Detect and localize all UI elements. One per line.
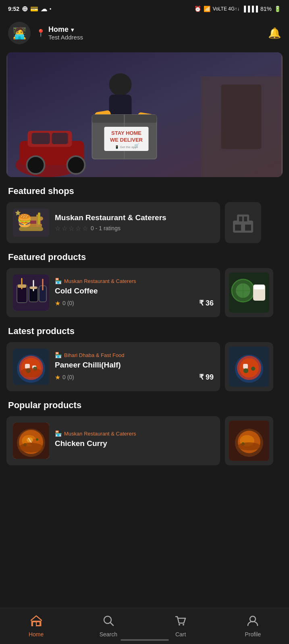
product-shop-label: 🏪 Muskan Restaurant & Caterers xyxy=(55,278,214,284)
product-card-placeholder-curry[interactable] xyxy=(225,342,273,391)
shop-icon-popular: 🏪 xyxy=(55,430,62,437)
profile-icon xyxy=(247,615,258,629)
product-price-paneer: ₹ 99 xyxy=(199,373,214,382)
address-type: Home ▾ xyxy=(48,25,83,34)
home-indicator xyxy=(121,639,169,641)
status-icons: ⏰ 📶 VoLTE 4G↑↓ ▐▐▐▐ 81% 🔋 xyxy=(194,6,281,12)
svg-point-95 xyxy=(183,624,184,625)
latest-products-title: Latest products xyxy=(8,326,281,336)
header: 🧑‍💻 📍 Home ▾ Test Address 🔔 xyxy=(0,18,289,48)
nav-search[interactable]: Search xyxy=(72,612,144,641)
notifications-button[interactable]: 🔔 xyxy=(268,27,281,39)
product-card-cold-coffee[interactable]: 🏪 Muskan Restaurant & Caterers Cold Coff… xyxy=(6,268,220,317)
svg-point-69 xyxy=(243,368,248,373)
hero-illustration: STAY HOME WE DELIVER 📱 Get the app. 🛒 xyxy=(6,52,283,177)
shop-rating-stars: ☆ ☆ ☆ ☆ ☆ 0 - 1 ratings xyxy=(55,225,214,232)
search-icon xyxy=(103,615,114,629)
star-1: ☆ xyxy=(55,225,60,232)
featured-shops-row: ⭐ 🍔 Muskan Restaurant & Caterers ☆ ☆ ☆ ☆… xyxy=(0,202,289,243)
star-3: ☆ xyxy=(69,225,74,232)
status-bar: 9:52 ⊕ 💳 ☁ • ⏰ 📶 VoLTE 4G↑↓ ▐▐▐▐ 81% 🔋 xyxy=(0,0,289,18)
svg-rect-34 xyxy=(237,215,249,222)
shop-card[interactable]: ⭐ 🍔 Muskan Restaurant & Caterers ☆ ☆ ☆ ☆… xyxy=(6,202,220,243)
svg-rect-21 xyxy=(221,85,262,149)
svg-rect-37 xyxy=(235,225,241,231)
popular-products-title: Popular products xyxy=(8,400,281,411)
popular-card-chicken[interactable]: 🏪 Muskan Restaurant & Caterers Chicken C… xyxy=(6,416,220,465)
product-price: ₹ 36 xyxy=(199,299,214,308)
svg-point-94 xyxy=(179,624,180,625)
profile-label: Profile xyxy=(245,631,261,638)
popular-product-name: Chicken Curry xyxy=(55,439,214,448)
product-info-cold-coffee: 🏪 Muskan Restaurant & Caterers Cold Coff… xyxy=(55,278,214,308)
bottom-nav: Home Search Cart Profile xyxy=(0,608,289,644)
star-filled-icon-paneer: ★ xyxy=(55,374,60,381)
product-card-placeholder-lime[interactable] xyxy=(225,268,273,317)
svg-point-8 xyxy=(109,73,132,96)
popular-product-info: 🏪 Muskan Restaurant & Caterers Chicken C… xyxy=(55,430,214,451)
address-subtitle: Test Address xyxy=(48,34,83,41)
svg-point-70 xyxy=(251,367,255,371)
star-4: ☆ xyxy=(75,225,81,232)
shop-thumbnail: ⭐ 🍔 xyxy=(13,208,49,237)
product-rating-paneer: ★ 0 (0) xyxy=(55,374,74,381)
cart-icon xyxy=(175,615,186,629)
search-label: Search xyxy=(100,631,117,638)
svg-rect-88 xyxy=(33,622,36,626)
svg-text:🍔: 🍔 xyxy=(17,213,32,228)
svg-line-93 xyxy=(110,623,113,625)
svg-text:WE DELIVER: WE DELIVER xyxy=(110,137,143,143)
product-shop-label-paneer: 🏪 Bihari Dhaba & Fast Food xyxy=(55,352,214,358)
chevron-down-icon: ▾ xyxy=(71,27,74,33)
svg-rect-5 xyxy=(52,133,68,144)
latest-products-row: 🏪 Bihari Dhaba & Fast Food Paneer Chilli… xyxy=(0,342,289,391)
product-bottom-paneer: ★ 0 (0) ₹ 99 xyxy=(55,373,214,382)
svg-rect-47 xyxy=(30,287,37,289)
nav-home[interactable]: Home xyxy=(0,612,72,641)
svg-point-79 xyxy=(36,438,38,441)
svg-rect-87 xyxy=(31,621,41,626)
product-name-paneer: Paneer Chilli(Half) xyxy=(55,361,214,369)
hero-banner: STAY HOME WE DELIVER 📱 Get the app. 🛒 xyxy=(6,52,283,177)
product-name: Cold Coffee xyxy=(55,287,214,295)
svg-point-7 xyxy=(67,156,85,174)
svg-point-67 xyxy=(239,358,259,378)
svg-rect-36 xyxy=(244,217,247,221)
featured-shops-title: Featured shops xyxy=(8,186,281,196)
product-card-paneer[interactable]: 🏪 Bihari Dhaba & Fast Food Paneer Chilli… xyxy=(6,342,220,391)
product-bottom: ★ 0 (0) ₹ 36 xyxy=(55,299,214,308)
svg-point-6 xyxy=(27,156,45,174)
shop-info: Muskan Restaurant & Caterers ☆ ☆ ☆ ☆ ☆ 0… xyxy=(55,213,214,232)
product-info-paneer: 🏪 Bihari Dhaba & Fast Food Paneer Chilli… xyxy=(55,352,214,382)
home-label: Home xyxy=(29,631,44,638)
svg-rect-46 xyxy=(18,285,26,288)
svg-text:STAY HOME: STAY HOME xyxy=(111,130,141,136)
shop-card-placeholder[interactable] xyxy=(225,202,261,243)
shop-icon-paneer: 🏪 xyxy=(55,352,62,358)
svg-rect-4 xyxy=(32,133,50,144)
star-filled-icon: ★ xyxy=(55,299,60,307)
popular-product-shop: 🏪 Muskan Restaurant & Caterers xyxy=(55,430,214,437)
product-rating: ★ 0 (0) xyxy=(55,299,74,307)
product-thumbnail-cold-coffee xyxy=(13,275,49,311)
status-time: 9:52 ⊕ 💳 ☁ • xyxy=(8,4,51,13)
nav-profile[interactable]: Profile xyxy=(217,612,289,641)
svg-point-63 xyxy=(20,368,42,378)
svg-rect-35 xyxy=(239,217,242,221)
shop-icon: 🏪 xyxy=(55,278,62,284)
svg-rect-38 xyxy=(245,225,251,231)
product-thumbnail-paneer xyxy=(13,349,49,385)
star-2: ☆ xyxy=(62,225,67,232)
svg-rect-54 xyxy=(254,285,264,289)
home-icon xyxy=(31,615,42,629)
address-text: Home ▾ Test Address xyxy=(48,25,83,41)
svg-point-86 xyxy=(238,442,260,450)
hero-background: STAY HOME WE DELIVER 📱 Get the app. 🛒 xyxy=(6,52,283,177)
svg-rect-89 xyxy=(37,622,40,625)
nav-cart[interactable]: Cart xyxy=(145,612,217,641)
popular-products-row: 🏪 Muskan Restaurant & Caterers Chicken C… xyxy=(0,416,289,465)
avatar[interactable]: 🧑‍💻 xyxy=(8,22,31,44)
rating-text: 0 - 1 ratings xyxy=(91,225,121,231)
popular-card-placeholder[interactable] xyxy=(225,416,273,465)
address-section[interactable]: 📍 Home ▾ Test Address xyxy=(36,25,262,41)
